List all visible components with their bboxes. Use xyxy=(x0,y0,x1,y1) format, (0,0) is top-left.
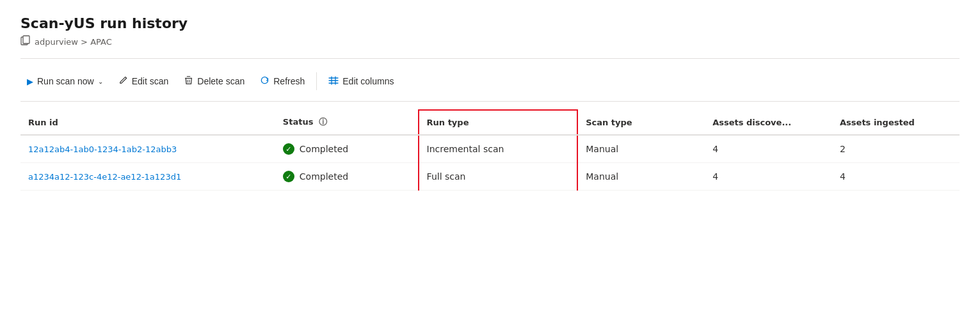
status-info-icon[interactable]: ⓘ xyxy=(319,117,327,127)
delete-scan-button[interactable]: Delete scan xyxy=(177,72,251,91)
play-icon: ▶ xyxy=(27,77,33,86)
table-divider xyxy=(20,101,960,102)
col-header-scan-type: Scan type xyxy=(577,110,705,135)
cell-assets-disc-1: 4 xyxy=(705,135,832,163)
run-history-table: Run id Status ⓘ Run type Scan type Asset… xyxy=(20,109,960,191)
col-header-status: Status ⓘ xyxy=(275,110,419,135)
scan-icon xyxy=(20,35,31,48)
edit-icon xyxy=(118,75,128,87)
edit-scan-label: Edit scan xyxy=(132,76,169,86)
page-title: Scan-yUS run history xyxy=(20,15,960,31)
col-header-run-id: Run id xyxy=(20,110,275,135)
cell-run-id-2: a1234a12-123c-4e12-ae12-1a123d1 xyxy=(20,163,275,191)
breadcrumb-path: adpurview > APAC xyxy=(35,37,112,47)
refresh-icon xyxy=(260,75,269,87)
run-scan-label: Run scan now xyxy=(37,76,94,86)
cell-run-type-2: Full scan xyxy=(419,163,578,191)
col-header-assets-ingested: Assets ingested xyxy=(832,110,960,135)
delete-icon xyxy=(184,75,193,87)
header-divider xyxy=(20,58,960,59)
svg-rect-3 xyxy=(187,76,191,77)
cell-run-id-1: 12a12ab4-1ab0-1234-1ab2-12abb3 xyxy=(20,135,275,163)
run-scan-button[interactable]: ▶ Run scan now ⌄ xyxy=(20,72,109,90)
edit-scan-button[interactable]: Edit scan xyxy=(112,72,175,91)
col-header-assets-discovered: Assets discove... xyxy=(705,110,832,135)
completed-icon-2 xyxy=(283,171,294,182)
toolbar: ▶ Run scan now ⌄ Edit scan Delete scan xyxy=(20,67,960,96)
cell-status-1: Completed xyxy=(275,135,419,163)
cell-status-2: Completed xyxy=(275,163,419,191)
table-row: 12a12ab4-1ab0-1234-1ab2-12abb3 Completed… xyxy=(20,135,960,163)
cell-run-type-1: Incremental scan xyxy=(419,135,578,163)
cell-scan-type-1: Manual xyxy=(577,135,705,163)
table-section: Run id Status ⓘ Run type Scan type Asset… xyxy=(20,109,960,191)
cell-assets-ing-1: 2 xyxy=(832,135,960,163)
svg-rect-1 xyxy=(23,36,29,43)
edit-columns-button[interactable]: Edit columns xyxy=(322,72,400,91)
run-id-link-2[interactable]: a1234a12-123c-4e12-ae12-1a123d1 xyxy=(28,172,181,182)
col-header-run-type: Run type xyxy=(419,110,578,135)
refresh-label: Refresh xyxy=(273,76,305,86)
status-text-1: Completed xyxy=(300,144,348,154)
cell-assets-ing-2: 4 xyxy=(832,163,960,191)
chevron-down-icon: ⌄ xyxy=(98,78,103,85)
cell-scan-type-2: Manual xyxy=(577,163,705,191)
columns-icon xyxy=(328,76,339,87)
toolbar-divider xyxy=(316,72,317,90)
breadcrumb: adpurview > APAC xyxy=(20,35,960,48)
status-text-2: Completed xyxy=(300,171,348,182)
edit-columns-label: Edit columns xyxy=(342,76,394,86)
run-id-link-1[interactable]: 12a12ab4-1ab0-1234-1ab2-12abb3 xyxy=(28,145,177,154)
table-row: a1234a12-123c-4e12-ae12-1a123d1 Complete… xyxy=(20,163,960,191)
delete-scan-label: Delete scan xyxy=(197,76,245,86)
cell-assets-disc-2: 4 xyxy=(705,163,832,191)
completed-icon-1 xyxy=(283,143,294,155)
refresh-button[interactable]: Refresh xyxy=(253,72,311,91)
